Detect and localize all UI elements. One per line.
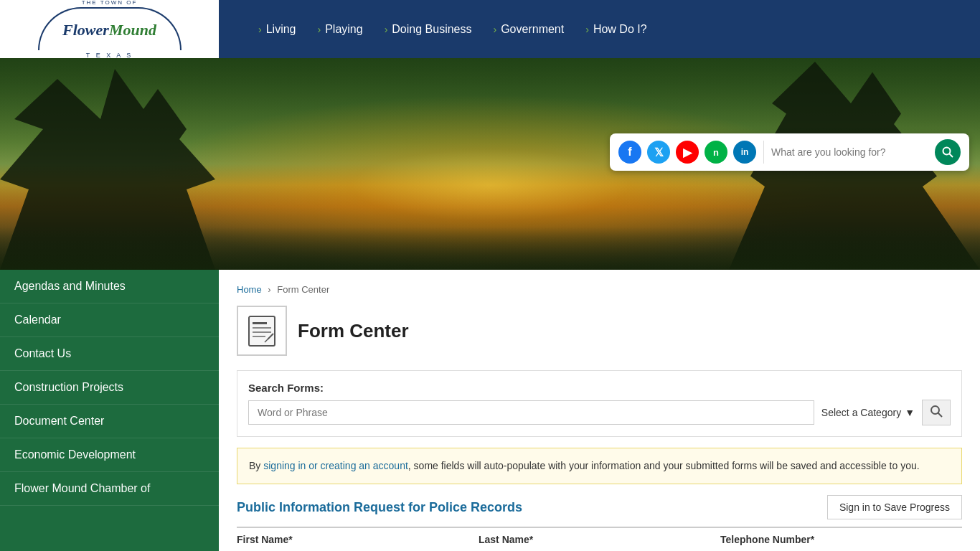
- linkedin-icon[interactable]: in: [733, 141, 756, 164]
- nextdoor-icon[interactable]: n: [705, 141, 727, 164]
- page-header: Form Center: [237, 306, 962, 356]
- twitter-icon[interactable]: 𝕏: [647, 141, 670, 164]
- search-forms-label: Search Forms:: [248, 382, 951, 394]
- form-section-title: Public Information Request for Police Re…: [237, 500, 522, 515]
- nav-item-how-do-i[interactable]: › How Do I?: [585, 23, 646, 36]
- info-text-before: By: [249, 460, 263, 471]
- logo-tagline: THE TOWN OF: [82, 0, 138, 6]
- sidebar-item-contact-us[interactable]: Contact Us: [0, 337, 219, 371]
- nav-item-living[interactable]: › Living: [258, 23, 296, 36]
- sidebar: Agendas and Minutes Calendar Contact Us …: [0, 270, 219, 551]
- svg-rect-4: [253, 327, 271, 329]
- svg-rect-2: [249, 316, 275, 346]
- sidebar-item-chamber[interactable]: Flower Mound Chamber of: [0, 472, 219, 506]
- nav-chevron: ›: [385, 24, 388, 35]
- ground: [0, 227, 980, 270]
- form-table-header: First Name* Last Name* Telephone Number*: [237, 527, 962, 545]
- nav-item-playing[interactable]: › Playing: [317, 23, 362, 36]
- search-forms-button[interactable]: [922, 400, 951, 425]
- search-forms-input[interactable]: [248, 400, 814, 425]
- sidebar-item-document-center[interactable]: Document Center: [0, 405, 219, 438]
- page-title: Form Center: [298, 320, 409, 342]
- search-button[interactable]: [935, 139, 961, 165]
- category-select[interactable]: Select a Category ▼: [821, 407, 915, 418]
- search-forms-container: Search Forms: Select a Category ▼: [237, 370, 962, 437]
- nav-item-doing-business[interactable]: › Doing Business: [385, 23, 472, 36]
- nav-chevron: ›: [585, 24, 589, 35]
- search-input[interactable]: [771, 146, 929, 158]
- nav-chevron: ›: [258, 24, 262, 35]
- svg-rect-6: [253, 336, 265, 337]
- category-arrow-icon: ▼: [905, 407, 915, 418]
- page-icon: [237, 306, 287, 356]
- sidebar-item-calendar[interactable]: Calendar: [0, 303, 219, 337]
- social-search-bar: f 𝕏 ▶ n in: [610, 133, 969, 171]
- breadcrumb-separator: ›: [268, 284, 270, 295]
- content-area: Home › Form Center Form Center Sear: [219, 270, 980, 551]
- breadcrumb-current: Form Center: [277, 284, 329, 295]
- svg-line-1: [950, 154, 953, 158]
- social-icons: f 𝕏 ▶ n in: [618, 141, 764, 164]
- svg-line-10: [938, 413, 943, 418]
- facebook-icon[interactable]: f: [618, 141, 641, 164]
- svg-point-9: [931, 406, 939, 414]
- nav-items: › Living › Playing › Doing Business › Go…: [258, 23, 647, 36]
- breadcrumb: Home › Form Center: [237, 284, 962, 295]
- sidebar-item-economic[interactable]: Economic Development: [0, 438, 219, 472]
- signin-link[interactable]: signing in or creating an account: [263, 460, 408, 471]
- sign-in-button[interactable]: Sign in to Save Progress: [827, 495, 962, 519]
- category-label: Select a Category: [821, 407, 901, 418]
- svg-rect-3: [253, 322, 267, 324]
- nav-chevron: ›: [493, 24, 496, 35]
- logo-area[interactable]: THE TOWN OF FlowerMound T E X A S: [0, 0, 219, 58]
- table-header-phone: Telephone Number*: [720, 534, 962, 545]
- info-text-after: , some fields will auto-populate with yo…: [408, 460, 920, 471]
- table-header-lastname: Last Name*: [479, 534, 720, 545]
- main-layout: Agendas and Minutes Calendar Contact Us …: [0, 270, 980, 551]
- search-forms-row: Select a Category ▼: [248, 400, 951, 425]
- youtube-icon[interactable]: ▶: [676, 141, 699, 164]
- search-box: [771, 139, 961, 165]
- sidebar-item-construction[interactable]: Construction Projects: [0, 371, 219, 405]
- nav-item-government[interactable]: › Government: [493, 23, 564, 36]
- svg-point-0: [943, 148, 951, 155]
- nav-chevron: ›: [317, 24, 321, 35]
- info-banner: By signing in or creating an account, so…: [237, 448, 962, 484]
- sidebar-item-agendas[interactable]: Agendas and Minutes: [0, 270, 219, 303]
- breadcrumb-home[interactable]: Home: [237, 284, 262, 295]
- svg-rect-5: [253, 331, 271, 333]
- logo-main-text: FlowerMound: [62, 19, 156, 40]
- form-section-header: Public Information Request for Police Re…: [237, 495, 962, 519]
- hero-image: f 𝕏 ▶ n in: [0, 58, 980, 270]
- table-header-firstname: First Name*: [237, 534, 479, 545]
